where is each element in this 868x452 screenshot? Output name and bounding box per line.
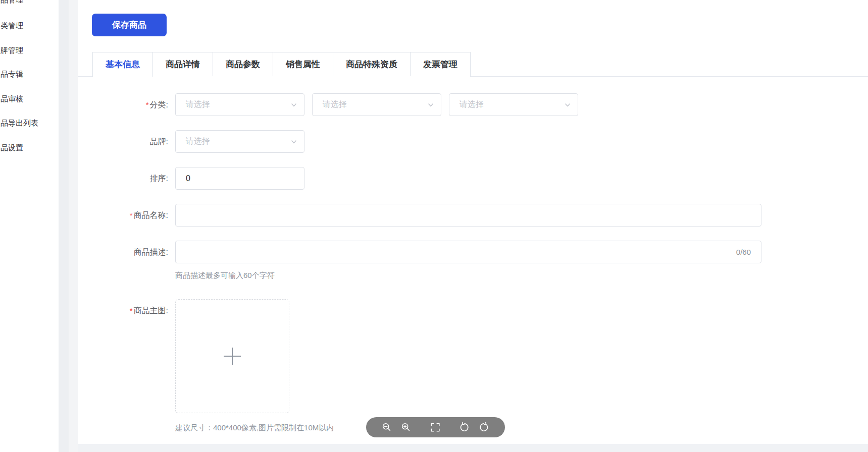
tab-invoice-manage[interactable]: 发票管理 (411, 52, 470, 76)
sort-input[interactable] (186, 174, 294, 183)
tab-product-detail[interactable]: 商品详情 (153, 52, 213, 76)
required-star: * (130, 211, 133, 219)
sidebar: 品管理 类管理 牌管理 品专辑 品审核 品导出列表 品设置 (0, 0, 59, 452)
product-description-input-wrap: 0/60 (175, 241, 761, 263)
product-description-input[interactable] (186, 248, 736, 257)
category-select-level1[interactable]: 请选择 (175, 93, 304, 116)
form-row-category: *分类: 请选择 请选择 请选择 (78, 93, 868, 116)
plus-icon (224, 348, 241, 365)
form-row-brand: 品牌: 请选择 (78, 130, 868, 153)
form-row-sort: 排序: (78, 167, 868, 190)
tabs-nav: 基本信息 商品详情 商品参数 销售属性 商品特殊资质 发票管理 (92, 52, 471, 77)
sort-label: 排序: (78, 167, 175, 190)
product-description-field: 0/60 商品描述最多可输入60个字符 (175, 241, 761, 280)
sidebar-item-goods-audit[interactable]: 品审核 (1, 94, 23, 104)
sidebar-item-goods-manage[interactable]: 品管理 (1, 0, 23, 5)
image-viewer-toolbar (366, 417, 505, 437)
sidebar-item-goods-export-list[interactable]: 品导出列表 (1, 118, 38, 128)
image-upload-dropzone[interactable] (175, 299, 289, 413)
product-name-input-wrap (175, 204, 761, 227)
sidebar-item-brand-manage[interactable]: 牌管理 (1, 45, 23, 55)
main-image-field: 建议尺寸：400*400像素,图片需限制在10M以内 (175, 299, 334, 433)
form-row-product-description: 商品描述: 0/60 商品描述最多可输入60个字符 (78, 241, 868, 280)
required-star: * (130, 306, 133, 315)
category-select-level2[interactable]: 请选择 (312, 93, 441, 116)
chevron-down-icon (564, 101, 571, 110)
select-placeholder: 请选择 (459, 99, 484, 110)
zoom-in-icon[interactable] (400, 422, 412, 433)
sidebar-item-goods-settings[interactable]: 品设置 (1, 143, 23, 153)
chevron-down-icon (290, 101, 297, 110)
sidebar-item-goods-album[interactable]: 品专辑 (1, 69, 23, 79)
zoom-out-icon[interactable] (381, 422, 392, 433)
page-background-band (78, 444, 868, 452)
rotate-right-icon[interactable] (478, 422, 489, 433)
rotate-left-icon[interactable] (459, 422, 470, 433)
fullscreen-icon[interactable] (430, 422, 441, 433)
category-label: *分类: (78, 93, 175, 116)
tab-special-qualification[interactable]: 商品特殊资质 (333, 52, 411, 76)
required-star: * (146, 100, 149, 109)
sidebar-gutter (59, 0, 69, 452)
product-name-label: *商品名称: (78, 204, 175, 227)
select-placeholder: 请选择 (323, 99, 347, 110)
brand-select[interactable]: 请选择 (175, 130, 304, 153)
sidebar-item-category-manage[interactable]: 类管理 (1, 21, 23, 31)
basic-info-form: *分类: 请选择 请选择 请选择 品牌: (78, 93, 868, 447)
tab-product-params[interactable]: 商品参数 (213, 52, 273, 76)
product-name-input[interactable] (186, 211, 751, 220)
tab-sale-attributes[interactable]: 销售属性 (273, 52, 333, 76)
select-placeholder: 请选择 (186, 136, 210, 147)
chevron-down-icon (427, 101, 434, 110)
sort-input-wrap (175, 167, 304, 190)
char-counter: 0/60 (736, 248, 751, 256)
product-description-tip: 商品描述最多可输入60个字符 (175, 270, 761, 280)
save-product-button[interactable]: 保存商品 (92, 14, 167, 36)
form-row-main-image: *商品主图: 建议尺寸：400*400像素,图片需限制在10M以内 (78, 299, 868, 433)
product-description-label: 商品描述: (78, 241, 175, 280)
brand-label: 品牌: (78, 130, 175, 153)
main-content: 保存商品 基本信息 商品详情 商品参数 销售属性 商品特殊资质 发票管理 *分类… (78, 0, 868, 452)
category-select-level3[interactable]: 请选择 (449, 93, 578, 116)
form-row-product-name: *商品名称: (78, 204, 868, 227)
main-image-tip: 建议尺寸：400*400像素,图片需限制在10M以内 (175, 423, 334, 433)
select-placeholder: 请选择 (186, 99, 210, 110)
chevron-down-icon (290, 138, 297, 147)
tab-basic-info[interactable]: 基本信息 (93, 52, 153, 77)
main-image-label: *商品主图: (78, 299, 175, 433)
content-gutter (69, 0, 78, 452)
